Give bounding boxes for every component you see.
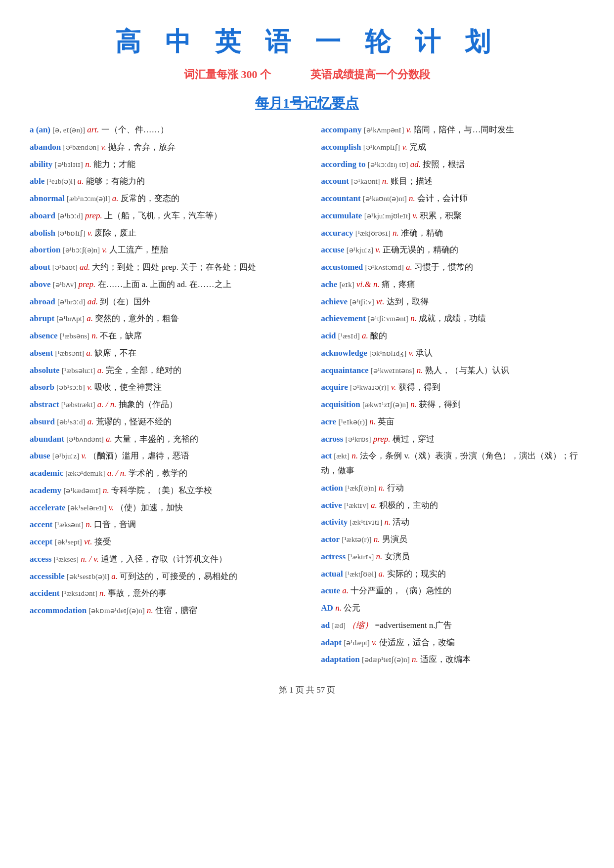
pos: a. [406, 262, 412, 272]
list-item: act [ækt] n. 法令，条例 v.（戏）表演，扮演（角色），演出（戏）；… [321, 449, 584, 478]
word: achievement [321, 314, 366, 323]
word: acquaintance [321, 366, 368, 375]
word: abrupt [30, 314, 54, 323]
pos: vt. [376, 297, 385, 306]
subtitle-row: 词汇量每涨 300 个 英语成绩提高一个分数段 [30, 67, 584, 82]
word: accelerate [30, 503, 66, 512]
pos: n. [376, 552, 383, 561]
definition: 专科学院，（美）私立学校 [111, 486, 212, 495]
phonetic: [¹æbsənt] [55, 349, 84, 357]
list-item: accelerate [ək¹seləreɪt] v. （使）加速，加快 [30, 500, 306, 515]
phonetic: [ə¹brʌpt] [56, 315, 85, 323]
phonetic: [ə¹bændən] [63, 143, 99, 151]
pos: n. [351, 451, 358, 460]
list-item: abstract [¹æbstrækt] a. / n. 抽象的（作品） [30, 397, 306, 412]
pos: prep. [79, 280, 96, 289]
pos: n. [417, 366, 423, 375]
pos: a. [371, 500, 377, 510]
definition: 习惯于，惯常的 [414, 262, 473, 272]
pos: n. [409, 194, 415, 203]
word: a (an) [30, 125, 50, 134]
definition: 废除，废止 [94, 228, 136, 238]
pos: n. [85, 160, 91, 169]
definition: 酸的 [370, 331, 387, 340]
phonetic: [¹æsɪd] [338, 332, 360, 340]
list-item: accustomed [ə¹kʌstəmd] a. 习惯于，惯常的 [321, 260, 584, 275]
list-item: actress [¹æktrɪs] n. 女演员 [321, 549, 584, 564]
pos: art. [87, 125, 99, 134]
word: accommodation [30, 606, 87, 615]
definition: 使适应，适合，改编 [379, 638, 455, 647]
word: aboard [30, 211, 55, 220]
list-item: actual [¹æktʃʊəl] a. 实际的；现实的 [321, 567, 584, 581]
word: abnormal [30, 194, 65, 203]
definition: 获得，得到 [419, 400, 461, 409]
phonetic: [ə¹kjuːz] [347, 246, 373, 254]
list-item: acute a. 十分严重的，（病）急性的 [321, 583, 584, 598]
phonetic: [¹æktʃʊəl] [345, 570, 376, 578]
phonetic: [ə¹kɔːdɪŋ tʊ] [368, 161, 408, 168]
definition: 承认 [416, 348, 433, 358]
definition: 活动 [393, 517, 409, 527]
phonetic: [ə¹tʃiːvmənt] [368, 315, 408, 323]
pos: a. [78, 176, 84, 186]
list-item: acknowledge [ək¹nɒlɪdʒ] v. 承认 [321, 346, 584, 361]
phonetic: [ə, eɪ(ən)] [52, 126, 85, 134]
word: acre [321, 417, 336, 426]
word: above [30, 280, 51, 289]
pos: n. [384, 517, 391, 527]
pos: vt. [84, 537, 92, 546]
list-item: account [ə¹kaʊnt] n. 账目；描述 [321, 174, 584, 189]
definition: 痛，疼痛 [382, 280, 415, 289]
list-item: accompany [ə¹kʌmpənɪ] v. 陪同，陪伴，与…同时发生 [321, 123, 584, 137]
pos: a. [362, 331, 368, 340]
definition: 口音，音调 [94, 520, 136, 529]
pos: n. [335, 603, 342, 613]
phonetic: [¹æktɪv] [344, 501, 369, 509]
phonetic: [eɪk] [340, 281, 354, 289]
definition: 会计，会计师 [417, 194, 468, 203]
definition: 完成 [409, 142, 426, 152]
phonetic: [ə¹kʌmpənɪ] [364, 126, 404, 134]
list-item: able [¹eɪb(ə)l] a. 能够；有能力的 [30, 174, 306, 189]
content-area: a (an) [ə, eɪ(ən)] art. 一（个、件……）abandon … [30, 123, 584, 669]
definition: 住宿，膳宿 [155, 606, 197, 615]
word: academy [30, 486, 61, 495]
list-item: adapt [ə¹dæpt] v. 使适应，适合，改编 [321, 635, 584, 650]
phonetic: [¹ækses] [54, 555, 79, 563]
list-item: according to [ə¹kɔːdɪŋ tʊ] ad. 按照，根据 [321, 157, 584, 172]
definition: 公元 [344, 603, 360, 613]
pos: v. [408, 348, 414, 358]
word: accumulate [321, 211, 362, 220]
list-item: AD n. 公元 [321, 601, 584, 616]
pos: n. [91, 331, 98, 340]
list-item: accumulate [ə¹kjuːmjʊleɪt] v. 积累，积聚 [321, 208, 584, 223]
list-item: accept [ək¹sept] vt. 接受 [30, 535, 306, 549]
phonetic: [ək¹sept] [55, 538, 82, 546]
list-item: adaptation [ədæp¹teɪʃ(ə)n] n. 适应，改编本 [321, 652, 584, 667]
definition: 人工流产，堕胎 [109, 245, 168, 254]
definition: 按照，根据 [423, 160, 465, 169]
definition: 在……上面 a. 上面的 ad. 在……之上 [98, 280, 231, 289]
list-item: abroad [ə¹brɔːd] ad. 到（在）国外 [30, 294, 306, 309]
definition: 大量，丰盛的，充裕的 [114, 434, 198, 444]
word: abundant [30, 434, 64, 444]
pos: n. [410, 314, 417, 323]
pos: prep. [85, 211, 102, 220]
pos: n. [103, 486, 109, 495]
word: absurd [30, 417, 55, 426]
pos: v. [391, 382, 396, 392]
word: accuracy [321, 228, 353, 238]
phonetic: [ək¹sesɪb(ə)l] [67, 573, 109, 580]
word: accessible [30, 572, 65, 581]
pos: a. [379, 569, 385, 579]
word: accompany [321, 125, 361, 134]
phonetic: [¹æktə(r)] [342, 536, 371, 543]
list-item: abundant [ə¹bʌndənt] a. 大量，丰盛的，充裕的 [30, 432, 306, 447]
definition: 十分严重的，（病）急性的 [351, 586, 451, 595]
pos: ad. [80, 262, 90, 272]
pos: v. [372, 638, 377, 647]
pos: a. [97, 366, 104, 375]
pos: ad. [410, 160, 421, 169]
phonetic: [ə¹kaʊnt] [351, 177, 380, 185]
